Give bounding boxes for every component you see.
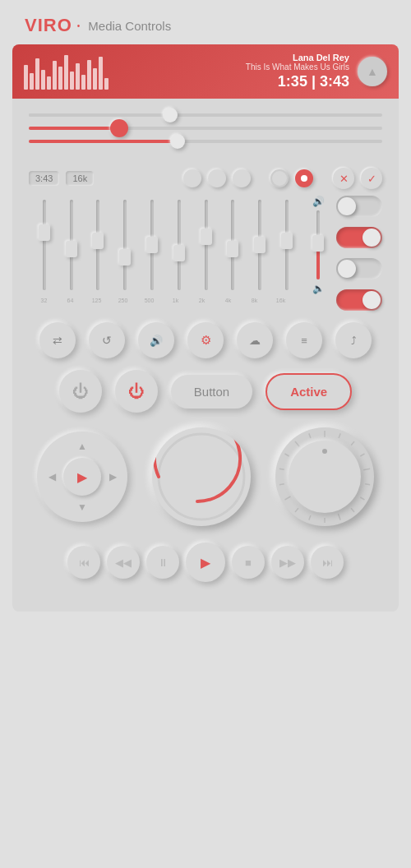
fader-col-8[interactable] [221, 196, 246, 294]
eq-label-125: 125 [85, 298, 109, 303]
share-button[interactable]: ⤴ [335, 322, 372, 358]
eq-bar-8 [64, 55, 68, 90]
fast-forward-btn[interactable]: ▶▶ [271, 546, 304, 579]
toggle-2[interactable] [336, 227, 382, 248]
rotary-knob-control[interactable] [275, 427, 374, 526]
eq-bar-14 [99, 57, 103, 90]
fader-col-10[interactable] [275, 196, 299, 294]
dpad-up-arrow[interactable]: ▲ [74, 438, 90, 455]
pause-btn[interactable]: ⏸ [146, 546, 179, 579]
artist-name: Lana Del Rey [117, 53, 349, 62]
eq-bar-10 [76, 63, 80, 90]
svg-line-3 [351, 441, 354, 446]
brand-dot: • [77, 21, 81, 30]
volume-arc-svg [152, 427, 251, 526]
play-btn[interactable]: ▶ [186, 542, 225, 582]
svg-line-16 [285, 454, 289, 456]
svg-line-18 [309, 433, 311, 438]
shuffle-button[interactable]: ⇄ [39, 322, 76, 358]
radio-btn-1[interactable] [183, 169, 201, 187]
track-title: This Is What Makes Us Girls [117, 62, 349, 72]
repeat-button[interactable]: ↺ [89, 322, 125, 358]
volume-button[interactable]: 🔊 [138, 322, 174, 358]
eject-button[interactable]: ▲ [358, 57, 387, 86]
slider-2[interactable] [29, 127, 382, 130]
check-control-btn[interactable]: ✓ [361, 168, 382, 189]
radio-btn-5[interactable] [295, 169, 313, 187]
toggle-3[interactable] [336, 258, 382, 279]
settings-button[interactable]: ⚙ [187, 322, 224, 358]
power-off-button[interactable]: ⏻ [59, 370, 102, 413]
sliders-section [12, 99, 399, 161]
eq-faders-section: 🔊 🔈 32 64 125 250 500 1k 2k 4k 8k [29, 196, 328, 311]
stop-btn[interactable]: ■ [232, 546, 265, 579]
slider-1[interactable] [29, 113, 382, 117]
power-off-icon: ⏻ [72, 382, 89, 401]
fader-col-5[interactable] [140, 196, 164, 294]
radio-btn-4[interactable] [270, 169, 289, 187]
slider-3[interactable] [29, 140, 382, 143]
radio-btn-3[interactable] [233, 169, 251, 187]
svg-point-0 [159, 434, 244, 519]
svg-line-12 [295, 508, 298, 512]
skip-forward-end-btn[interactable]: ⏭ [311, 546, 344, 579]
svg-line-15 [279, 469, 284, 469]
circular-volume-knob[interactable] [152, 427, 251, 526]
eq-label-500: 500 [137, 298, 161, 303]
fader-col-4[interactable] [113, 196, 137, 294]
bitrate-badge: 16k [66, 171, 94, 186]
toggle-4[interactable] [336, 289, 382, 311]
dpad-center-play[interactable]: ▶ [63, 458, 101, 496]
transport-controls: ⏮ ◀◀ ⏸ ▶ ■ ▶▶ ⏭ [12, 534, 399, 595]
equalizer-button[interactable]: ≡ [286, 322, 322, 358]
eq-label-2k: 2k [190, 298, 214, 303]
eq-bar-4 [41, 70, 45, 90]
track-time: 1:35 | 3:43 [117, 73, 349, 90]
button-control[interactable]: Button [171, 375, 252, 409]
svg-line-2 [339, 433, 340, 438]
cloud-button[interactable]: ☁ [237, 322, 273, 358]
rewind-btn[interactable]: ◀◀ [107, 546, 140, 579]
active-button[interactable]: Active [266, 373, 352, 410]
fader-col-9[interactable] [247, 196, 272, 294]
fader-col-7[interactable] [194, 196, 219, 294]
svg-line-13 [285, 496, 291, 500]
eq-bar-2 [30, 73, 34, 90]
action-buttons-row: ⇄ ↺ 🔊 ⚙ ☁ ≡ ⤴ [12, 311, 399, 363]
eject-icon: ▲ [367, 65, 378, 78]
dpad-control[interactable]: ▲ ▼ ◀ ▶ ▶ [37, 432, 127, 522]
svg-line-7 [360, 497, 364, 500]
eq-label-64: 64 [58, 298, 82, 303]
controls-row: 3:43 16k ✕ ✓ [12, 161, 399, 196]
brand-subtitle: Media Controls [88, 19, 171, 33]
svg-line-4 [360, 454, 364, 456]
svg-line-6 [365, 484, 370, 485]
svg-line-11 [309, 515, 311, 520]
eq-label-16k: 16k [269, 298, 293, 303]
svg-line-5 [363, 469, 370, 469]
power-button-row: ⏻ ⏻ Button Active [12, 363, 399, 419]
fader-col-6[interactable] [167, 196, 192, 294]
eq-bar-5 [47, 76, 51, 90]
dpad-left-arrow[interactable]: ◀ [44, 469, 60, 485]
volume-icon: 🔊 [312, 196, 325, 207]
time-badge: 3:43 [29, 171, 59, 186]
svg-line-14 [279, 484, 284, 485]
dpad-right-arrow[interactable]: ▶ [104, 469, 121, 485]
radio-btn-2[interactable] [208, 169, 226, 187]
volume-low-icon: 🔈 [312, 283, 325, 294]
close-control-btn[interactable]: ✕ [333, 168, 354, 189]
volume-fader[interactable]: 🔊 🔈 [312, 196, 325, 294]
dpad-down-arrow[interactable]: ▼ [74, 499, 90, 515]
toggle-1[interactable] [336, 196, 382, 217]
skip-back-start-btn[interactable]: ⏮ [67, 546, 100, 579]
power-on-button[interactable]: ⏻ [115, 370, 158, 413]
eq-bar-12 [87, 60, 91, 90]
eq-label-8k: 8k [242, 298, 266, 303]
eq-bar-3 [35, 58, 39, 90]
fader-col-3[interactable] [86, 196, 111, 294]
eq-bar-1 [24, 65, 28, 90]
fader-col-2[interactable] [59, 196, 84, 294]
fader-col-1[interactable] [32, 196, 57, 294]
eq-bar-6 [53, 61, 57, 90]
